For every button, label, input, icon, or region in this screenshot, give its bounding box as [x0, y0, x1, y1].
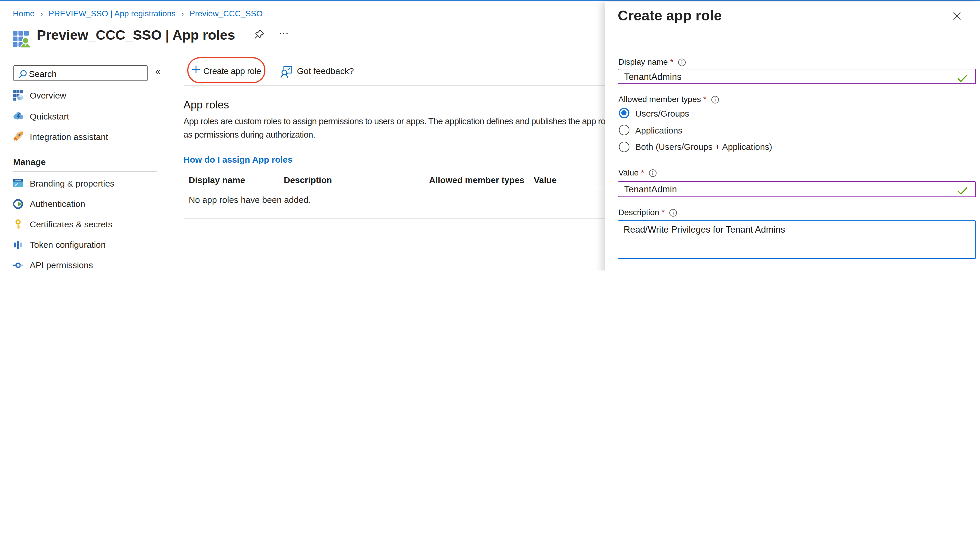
- svg-text:www: www: [14, 179, 21, 182]
